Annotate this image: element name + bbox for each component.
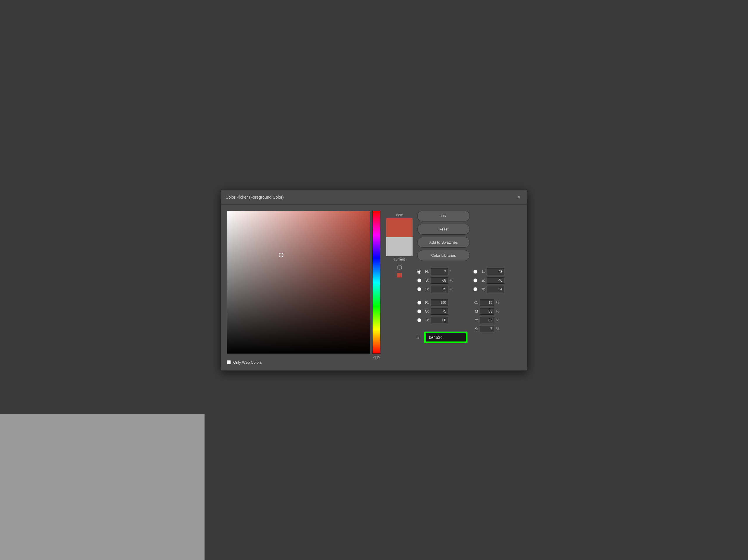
k-label: K: <box>473 327 478 331</box>
h-input[interactable] <box>431 269 448 275</box>
spectrum-slider[interactable] <box>372 211 380 354</box>
s-unit: % <box>450 278 454 282</box>
c-label: C: <box>473 300 478 305</box>
r-label: R: <box>423 300 429 305</box>
h-label: H: <box>423 269 429 274</box>
y-label: Y: <box>473 318 478 322</box>
color-gradient <box>227 211 370 353</box>
m-input[interactable] <box>480 308 494 314</box>
spectrum-right-arrow: ▷ <box>377 355 380 359</box>
new-color-swatch[interactable] <box>386 218 413 237</box>
k-field-row: K: % <box>473 326 504 332</box>
web-colors-label: Only Web Colors <box>233 360 262 365</box>
new-label: new <box>396 213 403 217</box>
b-field-row: B: % <box>417 286 467 293</box>
spectrum-slider-wrap: ◁ ▷ <box>372 211 380 365</box>
color-libraries-button[interactable]: Color Libraries <box>417 250 470 261</box>
web-colors-row: Only Web Colors <box>227 360 370 365</box>
y-unit: % <box>496 318 499 322</box>
b2-field-row: b: <box>473 286 504 293</box>
right-area: new current ⬡ OK Reset Add to Swatches <box>386 211 521 365</box>
l-label: L: <box>479 269 485 274</box>
a-input[interactable] <box>487 277 504 284</box>
b2-input[interactable] <box>487 286 504 293</box>
c-input[interactable] <box>480 299 494 306</box>
hex-row: # <box>417 331 467 343</box>
c-unit: % <box>496 301 499 305</box>
b-radio[interactable] <box>417 287 421 291</box>
r-input[interactable] <box>431 299 448 306</box>
l-field-row: L: <box>473 269 504 275</box>
color-field-section: Only Web Colors ◁ ▷ <box>227 211 380 365</box>
y-input[interactable] <box>480 317 494 323</box>
b-label: B: <box>423 287 429 291</box>
m-label: M <box>473 309 478 313</box>
color-picker-dialog: Color Picker (Foreground Color) × Only W… <box>220 190 528 371</box>
all-color-fields: H: ° S: % <box>417 269 521 343</box>
a-label: a: <box>479 278 485 282</box>
k-unit: % <box>496 327 499 331</box>
controls-section: OK Reset Add to Swatches Color Libraries… <box>417 211 521 365</box>
y-field-row: Y: % <box>473 317 504 323</box>
color-field[interactable] <box>227 211 370 354</box>
spectrum-left-arrow: ◁ <box>373 355 375 359</box>
current-label: current <box>394 257 405 261</box>
r-radio[interactable] <box>417 301 421 305</box>
h-radio[interactable] <box>417 270 421 274</box>
color-preview <box>386 218 413 256</box>
lab-cmyk-fields: L: a: b: <box>473 269 504 343</box>
add-to-swatches-button[interactable]: Add to Swatches <box>417 237 470 248</box>
hex-hash: # <box>417 335 422 340</box>
close-button[interactable]: × <box>516 194 522 201</box>
b3-radio[interactable] <box>417 318 421 322</box>
b2-label: b: <box>479 287 485 291</box>
g-radio[interactable] <box>417 309 421 313</box>
color-preview-section: new current ⬡ <box>386 211 413 365</box>
s-label: S: <box>423 278 429 282</box>
web-colors-checkbox[interactable] <box>227 360 231 364</box>
b2-radio[interactable] <box>473 287 477 291</box>
b-input[interactable] <box>431 286 448 293</box>
title-bar: Color Picker (Foreground Color) × <box>221 190 527 205</box>
background-panel <box>0 414 205 560</box>
m-unit: % <box>496 309 499 313</box>
hex-highlight <box>424 331 467 343</box>
current-color-swatch[interactable] <box>386 237 413 256</box>
g-input[interactable] <box>431 308 448 314</box>
dialog-body: Only Web Colors ◁ ▷ new <box>221 205 527 370</box>
red-square-swatch[interactable] <box>397 273 402 278</box>
hsb-rgb-fields: H: ° S: % <box>417 269 467 343</box>
b3-label: B: <box>423 318 429 322</box>
b-unit: % <box>450 287 454 291</box>
g-field-row: G: <box>417 308 467 314</box>
ok-button[interactable]: OK <box>417 211 470 221</box>
cube-icon: ⬡ <box>397 264 402 271</box>
h-unit: ° <box>450 270 454 274</box>
k-input[interactable] <box>480 326 494 332</box>
reset-button[interactable]: Reset <box>417 224 470 235</box>
s-input[interactable] <box>431 277 448 284</box>
g-label: G: <box>423 309 429 313</box>
a-radio[interactable] <box>473 278 477 282</box>
dialog-title: Color Picker (Foreground Color) <box>226 195 284 200</box>
hex-input[interactable] <box>425 333 466 342</box>
m-field-row: M % <box>473 308 504 314</box>
r-field-row: R: <box>417 299 467 306</box>
action-buttons: OK Reset Add to Swatches Color Libraries <box>417 211 521 261</box>
s-radio[interactable] <box>417 278 421 282</box>
cube-icon-wrap: ⬡ <box>397 264 402 278</box>
l-input[interactable] <box>487 269 504 275</box>
s-field-row: S: % <box>417 277 467 284</box>
l-radio[interactable] <box>473 270 477 274</box>
a-field-row: a: <box>473 277 504 284</box>
b3-field-row: B: <box>417 317 467 323</box>
c-field-row: C: % <box>473 299 504 306</box>
b3-input[interactable] <box>431 317 448 323</box>
h-field-row: H: ° <box>417 269 467 275</box>
